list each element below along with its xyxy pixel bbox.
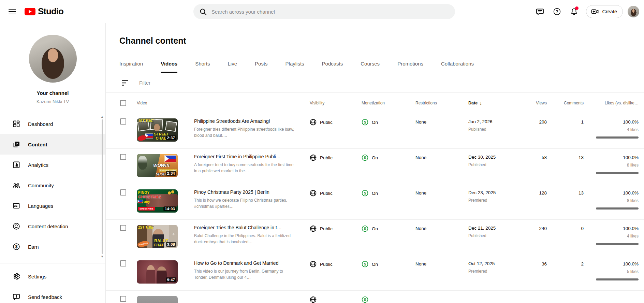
row-checkbox[interactable] xyxy=(120,296,126,302)
visibility-cell[interactable]: Public xyxy=(310,225,362,232)
tab-promotions[interactable]: Promotions xyxy=(397,55,423,73)
column-date[interactable]: Date ↓ xyxy=(460,100,513,106)
person-figure xyxy=(138,156,147,170)
scroll-down-icon: ▼ xyxy=(101,255,104,258)
row-checkbox[interactable] xyxy=(120,225,126,231)
select-all-checkbox[interactable] xyxy=(120,100,126,106)
sidebar-nav: Dashboard Content Analytics xyxy=(0,114,105,257)
monetization-cell[interactable]: $ xyxy=(362,296,415,303)
help-button[interactable]: ? xyxy=(550,5,564,18)
sidebar-item-label: Dashboard xyxy=(28,121,53,127)
visibility-value: Public xyxy=(320,226,333,231)
approved-badge: APPROVED xyxy=(137,240,150,248)
column-restrictions[interactable]: Restrictions xyxy=(415,101,460,105)
settings-gear-icon xyxy=(12,272,20,280)
visibility-cell[interactable]: Public xyxy=(310,119,362,126)
sidebar-item-analytics[interactable]: Analytics xyxy=(0,155,105,175)
visibility-cell[interactable]: Public xyxy=(310,190,362,197)
menu-button[interactable] xyxy=(5,5,19,18)
video-thumbnail[interactable]: 1ST TIME ✧ BALUT CHAL APPROVED 3:08 xyxy=(137,225,178,248)
table-row[interactable]: 1ST TIME STREET CHAL 2:37 Philippine Str… xyxy=(106,113,644,149)
row-checkbox[interactable] xyxy=(120,118,126,125)
row-checkbox[interactable] xyxy=(120,260,126,266)
tab-live[interactable]: Live xyxy=(228,55,237,73)
tab-collaborations[interactable]: Collaborations xyxy=(441,55,474,73)
monetization-cell[interactable]: $ On xyxy=(362,154,415,161)
column-views[interactable]: Views xyxy=(513,101,547,105)
channel-search-bar[interactable] xyxy=(193,4,455,19)
account-avatar[interactable] xyxy=(628,6,639,17)
sidebar-item-content-detection[interactable]: Content detection xyxy=(0,216,105,236)
restrictions-cell: None xyxy=(415,119,460,125)
tab-playlists[interactable]: Playlists xyxy=(286,55,304,73)
monetization-cell[interactable]: $ On xyxy=(362,261,415,268)
video-title[interactable]: Foreigner Tries the Balut Challenge in t… xyxy=(194,225,296,230)
tab-shorts[interactable]: Shorts xyxy=(195,55,210,73)
column-comments[interactable]: Comments xyxy=(547,101,584,105)
sidebar-item-label: Earn xyxy=(28,244,39,250)
video-thumbnail[interactable]: 9:47 xyxy=(137,260,178,284)
table-row[interactable]: 9:47 How to Go to Denmark and Get Marrie… xyxy=(106,255,644,291)
tab-videos[interactable]: Videos xyxy=(161,55,177,73)
date-cell: Dec 23, 2025 Premiered xyxy=(460,189,513,203)
sidebar-item-dashboard[interactable]: Dashboard xyxy=(0,114,105,134)
visibility-cell[interactable] xyxy=(310,296,362,303)
table-row[interactable]: 1ST TIME ✧ BALUT CHAL APPROVED 3:08 Fore… xyxy=(106,220,644,255)
sidebar-item-send-feedback[interactable]: Send feedback xyxy=(0,287,105,303)
table-row[interactable]: WOW!!! Philippine market SHOC 2:34 Forei… xyxy=(106,149,644,184)
column-video[interactable]: Video xyxy=(137,101,310,105)
sparkle-decoration: ✧ xyxy=(172,232,175,236)
tab-podcasts[interactable]: Podcasts xyxy=(322,55,343,73)
video-title[interactable]: Pinoy Christmas Party 2025 | Berlin xyxy=(194,189,296,195)
sidebar-item-settings[interactable]: Settings xyxy=(0,266,105,287)
thumb-text: SHOC xyxy=(156,172,166,176)
date-value: Dec 30, 2025 xyxy=(468,155,513,160)
video-thumbnail[interactable]: PINOY CHRISTMAS Party SUBSCRIBE 14:03 xyxy=(137,189,178,213)
comments-button[interactable] xyxy=(533,5,547,18)
visibility-cell[interactable]: Public xyxy=(310,261,362,268)
notifications-button[interactable] xyxy=(567,5,581,18)
video-thumbnail[interactable] xyxy=(137,296,178,303)
tab-posts[interactable]: Posts xyxy=(255,55,268,73)
sidebar-item-earn[interactable]: $ Earn xyxy=(0,236,105,257)
channel-avatar[interactable] xyxy=(29,35,77,83)
comments-cell: 0 xyxy=(547,226,584,231)
create-button[interactable]: Create xyxy=(586,5,623,18)
sidebar: Your channel Kazumi Nikki TV Dashboard C… xyxy=(0,23,106,303)
philippine-flag xyxy=(138,200,143,203)
sidebar-item-community[interactable]: Community xyxy=(0,175,105,196)
search-input[interactable] xyxy=(211,9,430,15)
column-visibility[interactable]: Visibility xyxy=(310,101,362,105)
video-thumbnail[interactable]: 1ST TIME STREET CHAL 2:37 xyxy=(137,118,178,142)
sidebar-scrollbar[interactable]: ▲ ▼ xyxy=(101,115,104,258)
filter-input[interactable] xyxy=(139,80,310,86)
video-duration: 2:37 xyxy=(166,135,176,140)
column-likes[interactable]: Likes (vs. dislike… xyxy=(584,101,641,105)
tab-inspiration[interactable]: Inspiration xyxy=(119,55,143,73)
sidebar-item-label: Settings xyxy=(28,274,46,279)
monetization-cell[interactable]: $ On xyxy=(362,225,415,232)
monetization-cell[interactable]: $ On xyxy=(362,119,415,126)
row-checkbox[interactable] xyxy=(120,154,126,160)
column-monetization[interactable]: Monetization xyxy=(362,101,415,105)
visibility-cell[interactable]: Public xyxy=(310,154,362,161)
views-cell: 208 xyxy=(513,119,547,125)
sidebar-item-languages[interactable]: Languages xyxy=(0,196,105,216)
table-row[interactable]: PINOY CHRISTMAS Party SUBSCRIBE 14:03 Pi… xyxy=(106,184,644,220)
monetization-on-icon: $ xyxy=(362,154,368,161)
svg-text:$: $ xyxy=(15,244,18,249)
globe-icon xyxy=(310,296,317,303)
search-icon xyxy=(200,8,207,15)
table-row[interactable]: $ xyxy=(106,291,644,303)
youtube-studio-logo[interactable]: Studio xyxy=(25,6,63,17)
video-title[interactable]: Philippine Streetfoods Are Amazing! xyxy=(194,118,296,124)
video-duration: 9:47 xyxy=(166,277,176,282)
video-thumbnail[interactable]: WOW!!! Philippine market SHOC 2:34 xyxy=(137,154,178,177)
sidebar-item-content[interactable]: Content xyxy=(0,134,105,155)
video-title[interactable]: Foreigner First Time in Philippine Publi… xyxy=(194,154,296,159)
monetization-cell[interactable]: $ On xyxy=(362,190,415,197)
svg-text:$: $ xyxy=(364,156,366,160)
video-title[interactable]: How to Go to Denmark and Get Married xyxy=(194,260,296,266)
tab-courses[interactable]: Courses xyxy=(361,55,380,73)
row-checkbox[interactable] xyxy=(120,189,126,196)
